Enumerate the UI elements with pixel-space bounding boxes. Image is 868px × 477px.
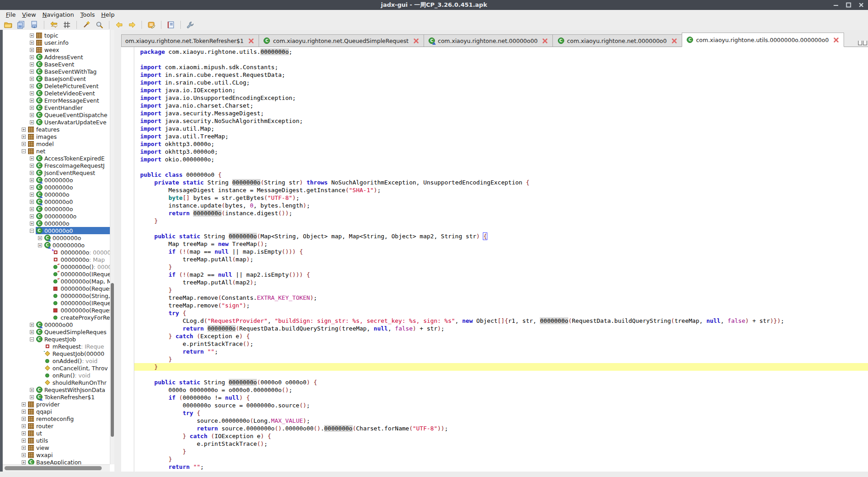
expand-icon[interactable]: + [29, 76, 35, 81]
expand-icon[interactable]: + [21, 438, 27, 443]
expand-icon[interactable]: + [21, 402, 27, 407]
tree-row[interactable]: +provider [3, 401, 110, 408]
expand-icon[interactable]: + [29, 47, 35, 52]
tree-row[interactable]: +CAddressEvent [3, 53, 110, 61]
tree-vertical-scrollbar-thumb[interactable] [111, 283, 114, 437]
tree-row[interactable]: +topic [3, 32, 110, 39]
editor-tab[interactable]: Ccom.xiaoyu.rightone.net.00000o00 [424, 34, 553, 47]
expand-icon[interactable]: + [29, 113, 35, 118]
menu-item-tools[interactable]: Tools [77, 10, 98, 19]
menu-item-navigation[interactable]: Navigation [39, 10, 77, 19]
tree-row[interactable]: +CQueuedSimpleReques [3, 328, 110, 335]
tree-row[interactable]: +model [3, 140, 110, 147]
expand-icon[interactable]: + [29, 322, 35, 327]
expand-icon[interactable]: + [29, 55, 35, 60]
expand-icon[interactable]: + [21, 431, 27, 436]
editor-tab[interactable]: om.xiaoyu.rightone.net.TokenRefresher$1 [121, 34, 259, 47]
tab-close-icon[interactable] [413, 38, 419, 44]
tree-row[interactable]: +C000000o0 [3, 198, 110, 205]
close-button[interactable] [858, 2, 864, 8]
expand-icon[interactable]: + [21, 453, 27, 458]
tree-row[interactable]: +weex [3, 46, 110, 53]
tree-row[interactable]: 0000000o(IReques [3, 299, 110, 307]
tree-row[interactable]: +CDeleteVideoEvent [3, 90, 110, 97]
tree-row[interactable]: onRun() : void [3, 372, 110, 379]
tree-row[interactable]: +CDeletePictureEvent [3, 82, 110, 90]
search-icon[interactable] [94, 20, 105, 30]
export-icon[interactable] [29, 20, 40, 30]
tree-row[interactable]: −CRequestJob [3, 335, 110, 343]
expand-icon[interactable]: + [29, 221, 35, 226]
expand-icon[interactable]: + [29, 330, 35, 335]
tree-row[interactable]: S0000000o() : 0000 [3, 263, 110, 270]
tree-row[interactable]: 0000000o : Map [3, 256, 110, 263]
edit-icon[interactable] [146, 20, 157, 30]
menu-item-view[interactable]: View [19, 10, 39, 19]
expand-icon[interactable]: + [21, 134, 27, 139]
tree-horizontal-scrollbar[interactable] [3, 464, 110, 472]
panel-splitter[interactable] [114, 30, 121, 472]
code-editor[interactable]: package com.xiaoyu.rightone.utils.000000… [121, 47, 868, 472]
tree-vertical-scrollbar[interactable] [110, 30, 114, 464]
tree-row[interactable]: +C0000000o [3, 205, 110, 213]
open-file-icon[interactable] [3, 20, 14, 30]
tree-row[interactable]: +ut [3, 430, 110, 437]
tree-row[interactable]: +CQueueEventDispatche [3, 111, 110, 118]
expand-icon[interactable]: + [37, 236, 43, 241]
tree-row[interactable]: +C00000000o [3, 241, 110, 249]
expand-icon[interactable]: + [29, 185, 35, 190]
tree-row[interactable]: −C000000o0 [3, 227, 110, 234]
tab-close-icon[interactable] [671, 38, 677, 44]
expand-icon[interactable]: + [29, 33, 35, 38]
expand-icon[interactable]: + [29, 199, 35, 204]
tree-row[interactable]: mRequest : IReque [3, 343, 110, 350]
tree-row[interactable]: +router [3, 422, 110, 430]
tree-row[interactable]: S0000000o(IReques [3, 270, 110, 278]
tree-row[interactable]: +C00000000o [3, 213, 110, 220]
expand-icon[interactable]: + [29, 69, 35, 74]
tree-row[interactable]: +CBaseJsonEvent [3, 75, 110, 82]
tree-row[interactable]: +C000000o [3, 220, 110, 227]
expand-icon[interactable]: + [29, 105, 35, 110]
tree-row[interactable]: +CFrescoImageRequestJ [3, 162, 110, 169]
deobfuscation-map-icon[interactable] [61, 20, 72, 30]
tree-row[interactable]: +CEventHandler [3, 104, 110, 111]
menu-item-file[interactable]: File [3, 10, 19, 19]
tab-scroll-right-button[interactable] [863, 41, 867, 45]
expand-icon[interactable]: + [21, 460, 27, 465]
tree-row[interactable]: +qqapi [3, 408, 110, 415]
tree-row[interactable]: +user.info [3, 39, 110, 46]
expand-icon[interactable]: + [29, 156, 35, 161]
tree-row[interactable]: 0000000o(Request [3, 285, 110, 292]
tree-row[interactable]: +CBaseEvent [3, 61, 110, 68]
tab-close-icon[interactable] [248, 38, 254, 44]
tree-row[interactable]: 0000000o(String, ( [3, 292, 110, 299]
tree-row[interactable]: cRequestJob(00000 [3, 350, 110, 357]
tree-row[interactable]: +CBaseEventWithTag [3, 68, 110, 75]
tab-scroll-left-button[interactable] [858, 41, 862, 45]
back-icon[interactable] [113, 20, 124, 30]
tree-row[interactable]: +remoteconfig [3, 415, 110, 422]
expand-icon[interactable]: + [29, 192, 35, 197]
expand-icon[interactable]: + [29, 387, 35, 392]
collapse-icon[interactable]: − [29, 337, 35, 342]
tree-row[interactable]: +C00000o00 [3, 321, 110, 328]
editor-tab[interactable]: Ccom.xiaoyu.rightone.utils.0000000o.0000… [682, 33, 844, 47]
tree-row[interactable]: +CErrorMessageEvent [3, 97, 110, 104]
expand-icon[interactable]: + [29, 120, 35, 125]
collapse-icon[interactable]: − [21, 149, 27, 154]
expand-icon[interactable]: + [21, 142, 27, 146]
reload-icon[interactable] [48, 20, 59, 30]
minimize-button[interactable] [833, 2, 839, 8]
preferences-icon[interactable] [185, 20, 196, 30]
save-all-icon[interactable] [16, 20, 27, 30]
tree-horizontal-scrollbar-thumb[interactable] [5, 466, 102, 470]
expand-icon[interactable]: + [29, 214, 35, 219]
tree-row[interactable]: 0000000o(Request [3, 307, 110, 314]
expand-icon[interactable]: + [29, 170, 35, 175]
expand-icon[interactable]: + [21, 424, 27, 429]
deobfuscation-icon[interactable] [81, 20, 92, 30]
tree-row[interactable]: +CAccessTokenExpiredE [3, 155, 110, 162]
expand-icon[interactable]: + [29, 395, 35, 400]
expand-icon[interactable]: + [21, 445, 27, 450]
